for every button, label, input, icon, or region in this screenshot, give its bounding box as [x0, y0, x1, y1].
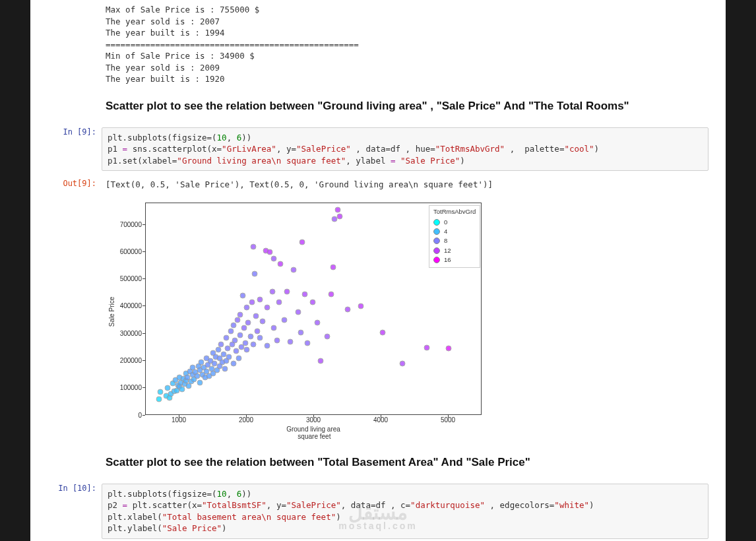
chart-point: [244, 347, 250, 353]
chart-point: [295, 309, 301, 315]
chart-point: [264, 305, 270, 311]
chart-point: [284, 288, 290, 294]
page-root: Max of Sale Price is : 755000 $ The year…: [0, 0, 756, 541]
chart-point: [299, 239, 305, 245]
chart-point: [400, 361, 406, 367]
prompt-out-9: Out[9]:: [30, 176, 102, 444]
chart-point: [278, 261, 284, 267]
chart-point: [336, 214, 342, 220]
legend-entry: 8: [433, 236, 476, 245]
chart-point: [156, 396, 162, 402]
code-cell-9: In [9]: plt.subplots(figsize=(10, 6)) p1…: [30, 123, 726, 175]
chart-point: [267, 249, 272, 255]
chart-point: [380, 329, 386, 335]
output-repr-9: [Text(0, 0.5, 'Sale Price'), Text(0.5, 0…: [102, 179, 722, 191]
chart-point: [241, 325, 247, 331]
heading-cell-1: Scatter plot to see the relation between…: [30, 89, 726, 123]
chart-point: [236, 355, 241, 361]
chart-point: [315, 320, 321, 326]
output-cell-9: Out[9]: [Text(0, 0.5, 'Sale Price'), Tex…: [30, 175, 726, 445]
chart-legend: TotRmsAbvGrd 0481216: [429, 205, 480, 269]
chart-point: [274, 337, 280, 343]
chart-point: [230, 323, 236, 329]
chart-point: [232, 337, 237, 343]
y-tick-label: 0: [106, 411, 142, 418]
chart-point: [270, 325, 276, 331]
chart-point: [179, 387, 185, 393]
section-heading-2: Scatter plot to see the relation between…: [102, 449, 722, 476]
y-tick-label: 100000: [106, 384, 142, 391]
heading-cell-2: Scatter plot to see the relation between…: [30, 445, 726, 480]
chart-point: [325, 333, 331, 339]
y-tick-label: 400000: [106, 302, 142, 309]
chart-point: [253, 313, 259, 319]
chart-point: [237, 332, 243, 338]
chart-point: [288, 339, 294, 345]
code-input-10[interactable]: plt.subplots(figsize=(10, 6)) p2 = plt.s…: [102, 484, 709, 539]
y-tick-label: 200000: [106, 356, 142, 364]
x-axis-label: Ground living area square feet: [286, 426, 340, 440]
chart-point: [318, 358, 324, 364]
prompt-in-9: In [9]:: [30, 125, 102, 174]
output-stats-text: Max of Sale Price is : 755000 $ The year…: [102, 4, 722, 85]
chart-point: [239, 292, 245, 298]
chart-point: [424, 345, 430, 351]
chart-point: [269, 288, 275, 294]
y-tick-label: 700000: [106, 220, 142, 228]
chart-point: [222, 366, 228, 372]
chart-point: [291, 267, 297, 272]
chart-point: [237, 311, 243, 317]
chart-point: [248, 333, 254, 339]
chart-point: [334, 207, 340, 212]
chart-point: [242, 340, 248, 346]
legend-entry: 0: [433, 218, 476, 227]
scatter-chart: Sale Price Ground living area square fee…: [106, 197, 515, 441]
chart-point: [252, 270, 258, 276]
chart-point: [228, 328, 234, 334]
chart-point: [304, 340, 310, 346]
legend-entry: 12: [433, 246, 476, 255]
legend-marker: [433, 257, 440, 263]
chart-point: [446, 346, 452, 352]
chart-point: [298, 329, 303, 335]
chart-point: [230, 361, 236, 367]
chart-point: [251, 243, 257, 249]
chart-point: [282, 317, 288, 323]
chart-point: [249, 300, 255, 305]
y-axis-label: Sale Price: [108, 296, 115, 327]
legend-marker: [433, 219, 440, 226]
chart-point: [328, 291, 334, 297]
legend-label: 16: [444, 255, 451, 265]
prompt-in-10: In [10]:: [30, 481, 102, 542]
legend-label: 8: [444, 236, 447, 245]
chart-point: [233, 348, 239, 354]
section-heading-1: Scatter plot to see the relation between…: [102, 93, 722, 119]
chart-point: [257, 297, 263, 303]
legend-marker: [433, 238, 440, 244]
legend-entry: 4: [433, 227, 476, 236]
legend-label: 0: [444, 218, 447, 227]
chart-point: [197, 379, 203, 385]
y-tick-label: 500000: [106, 275, 142, 282]
chart-point: [244, 305, 250, 311]
legend-label: 12: [444, 246, 451, 255]
chart-point: [164, 385, 170, 391]
chart-point: [245, 320, 251, 326]
legend-marker: [433, 247, 440, 254]
chart-point: [218, 342, 224, 348]
chart-point: [276, 300, 282, 305]
output-cell-stats: Max of Sale Price is : 755000 $ The year…: [30, 0, 726, 89]
chart-point: [216, 347, 222, 353]
notebook-container: Max of Sale Price is : 755000 $ The year…: [30, 0, 726, 541]
legend-entry: 16: [433, 255, 476, 265]
chart-point: [345, 306, 351, 312]
chart-point: [226, 354, 232, 360]
legend-label: 4: [444, 227, 447, 236]
chart-point: [255, 328, 261, 334]
chart-point: [301, 291, 307, 297]
chart-point: [264, 343, 270, 349]
chart-point: [260, 319, 266, 325]
code-input-9[interactable]: plt.subplots(figsize=(10, 6)) p1 = sns.s…: [102, 127, 709, 172]
chart-point: [251, 342, 257, 348]
legend-title: TotRmsAbvGrd: [433, 207, 476, 218]
